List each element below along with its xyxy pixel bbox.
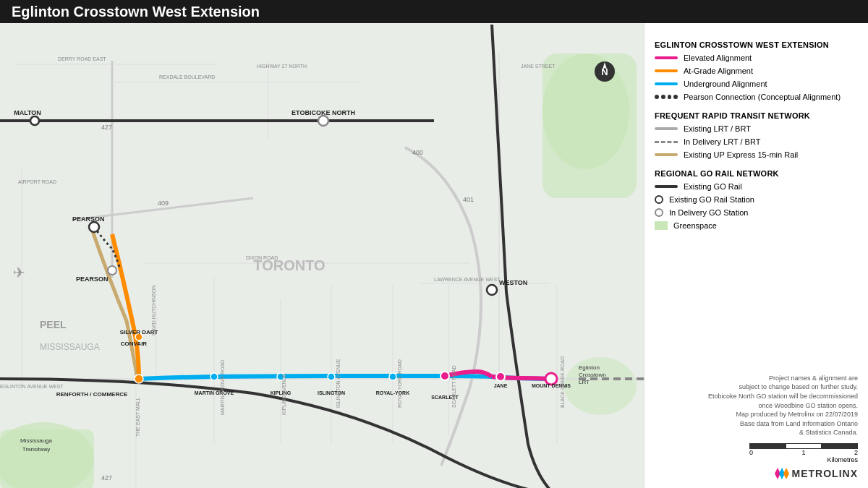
- legend-title-1: EGLINTON CROSSTOWN WEST EXTENSION: [655, 40, 858, 49]
- svg-text:MISSISSAUGA: MISSISSAUGA: [40, 342, 100, 352]
- scale-1: 1: [801, 449, 805, 456]
- map-area: ✈: [0, 23, 644, 488]
- metrolinx-icon: [775, 468, 789, 479]
- svg-point-5: [564, 357, 637, 415]
- svg-text:ISLINGTON: ISLINGTON: [318, 390, 345, 395]
- legend-existing-go-rail: Existing GO Rail: [655, 182, 858, 191]
- svg-point-37: [89, 222, 99, 232]
- scale-labels: 0 1 2: [749, 449, 858, 456]
- svg-text:JANE STREET: JANE STREET: [521, 64, 556, 69]
- svg-point-31: [441, 372, 449, 380]
- existing-go-rail-label: Existing GO Rail: [684, 182, 742, 191]
- scale-2: 2: [854, 449, 858, 456]
- svg-text:ROYAL YORK ROAD: ROYAL YORK ROAD: [397, 359, 402, 408]
- svg-text:WESTON: WESTON: [499, 279, 527, 286]
- svg-text:PEARSON: PEARSON: [72, 215, 105, 223]
- svg-text:ROYAL-YORK: ROYAL-YORK: [376, 390, 409, 395]
- legend-greenspace: Greenspace: [655, 221, 858, 230]
- existing-lrt-icon: [655, 127, 678, 130]
- svg-text:ISLINGTON AVENUE: ISLINGTON AVENUE: [336, 359, 341, 408]
- svg-text:DERRY ROAD EAST: DERRY ROAD EAST: [58, 56, 106, 61]
- pearson-dotted-icon: [655, 95, 678, 99]
- svg-text:HIGHWAY 27 NORTH: HIGHWAY 27 NORTH: [257, 64, 307, 69]
- svg-text:PEARSON: PEARSON: [76, 275, 109, 283]
- svg-text:CONVAIR: CONVAIR: [121, 341, 148, 347]
- elevated-line-icon: [655, 56, 678, 59]
- svg-text:✈: ✈: [13, 265, 25, 281]
- pearson-label: Pearson Connection (Conceptual Alignment…: [684, 93, 841, 101]
- scale-segment-2: [786, 443, 822, 449]
- svg-text:EGLINTON AVENUE WEST: EGLINTON AVENUE WEST: [0, 384, 64, 389]
- svg-text:DAVID HUTCHINSON: DAVID HUTCHINSON: [151, 286, 156, 335]
- svg-text:MARTIN GROVE: MARTIN GROVE: [195, 390, 234, 395]
- svg-text:Eglinton: Eglinton: [579, 364, 600, 371]
- svg-point-36: [318, 116, 328, 126]
- svg-point-39: [135, 374, 143, 383]
- svg-text:401: 401: [463, 196, 474, 203]
- underground-line-icon: [655, 82, 678, 85]
- svg-text:Crosstown: Crosstown: [579, 372, 606, 378]
- svg-text:ETOBICOKE NORTH: ETOBICOKE NORTH: [292, 109, 355, 116]
- legend-delivery-go-station: In Delivery GO Station: [655, 208, 858, 217]
- svg-text:SCARLETT ROAD: SCARLETT ROAD: [451, 365, 456, 408]
- atgrade-line-icon: [655, 69, 678, 72]
- legend-panel: EGLINTON CROSSTOWN WEST EXTENSION Elevat…: [644, 23, 868, 488]
- metrolinx-name: METROLINX: [792, 468, 858, 479]
- svg-text:MARTIN GROVE ROAD: MARTIN GROVE ROAD: [220, 360, 225, 415]
- svg-text:LAWRENCE AVENUE WEST: LAWRENCE AVENUE WEST: [434, 277, 501, 282]
- legend-delivery-lrt: In Delivery LRT / BRT: [655, 137, 858, 146]
- svg-text:AIRPORT ROAD: AIRPORT ROAD: [18, 179, 56, 184]
- svg-text:MOUNT DENNIS: MOUNT DENNIS: [532, 383, 571, 388]
- go-station-solid-icon: [655, 195, 663, 204]
- svg-text:N: N: [601, 67, 608, 77]
- svg-point-27: [210, 373, 218, 380]
- delivery-lrt-label: In Delivery LRT / BRT: [684, 137, 760, 146]
- scale-0: 0: [749, 449, 753, 456]
- up-express-label: Existing UP Express 15-min Rail: [684, 150, 798, 159]
- scale-segment-3: [822, 443, 858, 449]
- legend-elevated: Elevated Alignment: [655, 53, 858, 62]
- go-rail-icon: [655, 185, 678, 188]
- legend-atgrade: At-Grade Alignment: [655, 67, 858, 75]
- greenspace-icon: [655, 221, 668, 230]
- svg-text:427: 427: [101, 124, 112, 131]
- metrolinx-logo: METROLINX: [655, 468, 858, 479]
- svg-text:Mississauga: Mississauga: [20, 437, 53, 444]
- svg-text:BLACK CREEK ROAD: BLACK CREEK ROAD: [560, 356, 565, 408]
- svg-point-32: [496, 372, 505, 381]
- go-station-open-icon: [655, 208, 663, 217]
- svg-text:Transitway: Transitway: [22, 446, 50, 453]
- svg-text:400: 400: [412, 149, 423, 156]
- svg-text:REXDALE BOULEVARD: REXDALE BOULEVARD: [159, 74, 215, 80]
- svg-point-38: [108, 266, 116, 275]
- svg-text:JANE: JANE: [494, 383, 508, 388]
- svg-text:THE EAST MALL: THE EAST MALL: [135, 398, 140, 437]
- scale-unit: Kilometres: [827, 456, 858, 463]
- legend-up-express: Existing UP Express 15-min Rail: [655, 150, 858, 159]
- svg-text:LRT: LRT: [579, 379, 590, 385]
- svg-text:DIXON ROAD: DIXON ROAD: [246, 255, 278, 260]
- legend-pearson: Pearson Connection (Conceptual Alignment…: [655, 93, 858, 101]
- main-container: Eglinton Crosstown West Extension: [0, 0, 868, 488]
- svg-marker-90: [783, 468, 789, 479]
- svg-point-34: [487, 285, 497, 295]
- svg-text:RENFORTH / COMMERCE: RENFORTH / COMMERCE: [56, 391, 128, 398]
- greenspace-label: Greenspace: [673, 221, 717, 230]
- content-area: ✈: [0, 23, 868, 488]
- scale-bar-ruler: [749, 443, 858, 449]
- legend-underground: Underground Alignment: [655, 80, 858, 88]
- title-bar: Eglinton Crosstown West Extension: [0, 0, 868, 23]
- svg-rect-2: [542, 53, 637, 198]
- svg-point-35: [30, 116, 39, 125]
- svg-text:MALTON: MALTON: [14, 109, 41, 116]
- scale-segment-1: [749, 443, 786, 449]
- disclaimer-text: Project names & alignment aresubject to …: [655, 374, 858, 437]
- up-express-icon: [655, 153, 678, 156]
- elevated-label: Elevated Alignment: [684, 53, 752, 62]
- svg-point-30: [389, 373, 396, 380]
- existing-lrt-label: Existing LRT / BRT: [684, 124, 751, 133]
- legend-title-3: REGIONAL GO RAIL NETWORK: [655, 169, 858, 178]
- svg-text:409: 409: [158, 200, 169, 207]
- svg-point-29: [328, 373, 335, 380]
- underground-label: Underground Alignment: [684, 80, 767, 88]
